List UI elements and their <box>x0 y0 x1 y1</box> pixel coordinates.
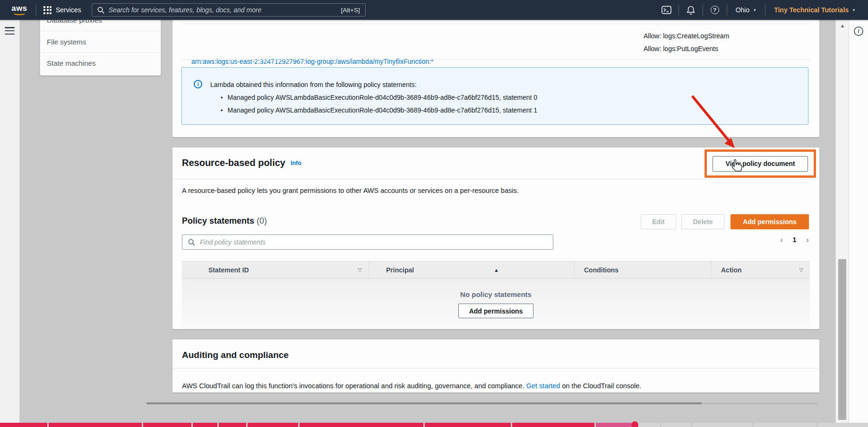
policy-statements-table-header: Statement ID ▽ Principal ▲ Conditions Ac… <box>182 261 810 279</box>
banner-message: Lambda obtained this information from th… <box>210 81 417 88</box>
pagination: ‹ 1 › <box>780 235 809 244</box>
sidebar-item-label: State machines <box>47 59 95 67</box>
cloudshell-icon[interactable] <box>660 6 674 14</box>
find-policy-statements-input[interactable] <box>200 238 547 246</box>
policy-statements-heading: Policy statements (0) <box>182 216 267 226</box>
column-header-statement-id[interactable]: Statement ID ▽ <box>182 261 369 278</box>
current-page[interactable]: 1 <box>792 235 796 244</box>
log-group-arn-link[interactable]: arn:aws:logs:us-east-2:324712927967:log-… <box>191 58 433 65</box>
add-permissions-empty-button[interactable]: Add permissions <box>458 304 534 318</box>
allow-action: Allow: logs:PutLogEvents <box>644 43 729 55</box>
collapsed-nav-strip <box>0 20 20 423</box>
sidebar-item-file-systems[interactable]: File systems <box>40 31 161 52</box>
region-label: Ohio <box>736 6 750 14</box>
chevron-down-icon: ▼ <box>852 8 856 12</box>
horizontal-scrollbar-thumb[interactable] <box>146 402 702 404</box>
scrollbar-thumb[interactable] <box>838 259 846 420</box>
notifications-bell-icon[interactable] <box>684 6 698 15</box>
find-policy-statements-box[interactable] <box>182 235 553 250</box>
execution-role-permissions-card: arn:aws:logs:us-east-2:324712927967:log-… <box>172 20 819 137</box>
bullet-icon: • <box>221 94 223 101</box>
edit-button[interactable]: Edit <box>641 214 676 229</box>
sidebar-item-state-machines[interactable]: State machines <box>40 52 161 73</box>
info-panel-icon[interactable]: i <box>854 26 863 36</box>
sort-icon[interactable]: ▽ <box>799 267 803 273</box>
banner-bullet-item: •Managed policy AWSLambdaBasicExecutionR… <box>221 94 537 101</box>
banner-bullet-item: •Managed policy AWSLambdaBasicExecutionR… <box>221 106 537 114</box>
section-title: Resource-based policyInfo <box>182 157 301 168</box>
search-shortcut-hint: [Alt+S] <box>341 7 360 14</box>
aws-console-screen: aws Services [Alt+S] ? Ohio ▼ <box>0 0 868 427</box>
account-name: Tiny Technical Tutorials <box>774 6 849 14</box>
row-divider <box>181 24 810 24</box>
column-spacer <box>506 261 574 278</box>
empty-table-state: No policy statements Add permissions <box>182 279 810 329</box>
info-circle-icon: i <box>194 80 202 88</box>
services-grid-icon <box>43 6 52 14</box>
nav-divider <box>727 4 727 16</box>
column-header-action[interactable]: Action ▽ <box>711 261 810 278</box>
allowed-actions-column: Allow: logs:CreateLogStream Allow: logs:… <box>644 30 729 55</box>
add-permissions-button[interactable]: Add permissions <box>730 214 809 229</box>
vertical-scrollbar[interactable]: ▲ <box>835 20 849 423</box>
section-title: Auditing and compliance <box>182 350 289 360</box>
nav-divider <box>765 4 765 16</box>
row-divider <box>181 60 810 60</box>
info-link[interactable]: Info <box>291 160 301 166</box>
sort-ascending-icon[interactable]: ▲ <box>494 267 499 273</box>
sidebar-item-database-proxies[interactable]: Database proxies <box>40 20 161 31</box>
section-divider <box>172 179 819 179</box>
top-navigation-bar: aws Services [Alt+S] ? Ohio ▼ <box>0 0 868 20</box>
playhead-dot[interactable] <box>631 421 638 427</box>
get-started-link[interactable]: Get started <box>526 382 560 390</box>
aws-logo[interactable]: aws <box>10 5 29 15</box>
sidebar-item-label: Database proxies <box>47 20 102 24</box>
search-icon <box>188 239 195 246</box>
section-description: A resource-based policy lets you grant p… <box>182 187 519 194</box>
cloudtrail-description: AWS CloudTrail can log this function's i… <box>182 382 641 390</box>
bullet-icon: • <box>221 107 223 114</box>
search-icon <box>97 7 104 14</box>
services-menu[interactable]: Services <box>43 6 81 14</box>
sidebar-navigation-panel: Database proxies File systems State mach… <box>40 20 161 76</box>
scroll-up-arrow-icon[interactable]: ▲ <box>836 23 849 28</box>
empty-state-message: No policy statements <box>460 290 532 298</box>
auditing-compliance-card: Auditing and compliance AWS CloudTrail c… <box>172 340 819 392</box>
nav-divider <box>703 4 703 16</box>
horizontal-scrollbar[interactable] <box>0 402 868 404</box>
global-search-box[interactable]: [Alt+S] <box>92 3 366 17</box>
chevron-down-icon: ▼ <box>753 8 756 12</box>
section-divider <box>172 368 819 368</box>
nav-divider <box>679 4 679 16</box>
aws-logo-swoosh <box>13 11 26 15</box>
nav-right-cluster: ? Ohio ▼ Tiny Technical Tutorials ▼ <box>660 4 868 16</box>
nav-divider <box>36 4 36 16</box>
global-search-input[interactable] <box>109 6 341 14</box>
video-progress-bar[interactable] <box>0 423 868 427</box>
sidebar-item-label: File systems <box>47 38 86 46</box>
services-label: Services <box>56 6 81 14</box>
previous-page-icon[interactable]: ‹ <box>780 236 783 243</box>
policy-info-banner: i Lambda obtained this information from … <box>181 67 808 125</box>
help-panel-strip: i <box>849 20 868 423</box>
resource-based-policy-card: Resource-based policyInfo View policy do… <box>172 148 819 329</box>
column-header-conditions[interactable]: Conditions <box>574 261 711 278</box>
next-page-icon[interactable]: › <box>806 236 809 243</box>
statement-count: (0) <box>257 216 267 226</box>
tutorial-highlight-box: View policy document <box>705 149 816 178</box>
sort-icon[interactable]: ▽ <box>358 267 362 273</box>
allow-action: Allow: logs:CreateLogStream <box>644 30 729 43</box>
column-header-principal[interactable]: Principal ▲ <box>369 261 506 278</box>
delete-button[interactable]: Delete <box>681 214 724 229</box>
view-policy-document-button[interactable]: View policy document <box>713 156 808 172</box>
horizontal-scrollbar-track <box>702 403 817 404</box>
region-selector[interactable]: Ohio ▼ <box>732 6 761 14</box>
help-icon[interactable]: ? <box>708 6 722 14</box>
menu-icon[interactable] <box>5 27 15 36</box>
account-menu[interactable]: Tiny Technical Tutorials ▼ <box>770 6 859 14</box>
